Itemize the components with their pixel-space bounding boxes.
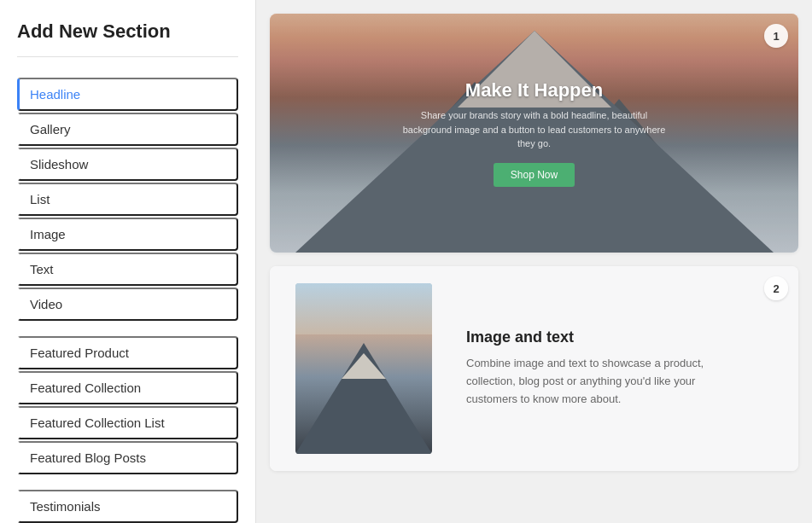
main-content: 1 Make It Happen Share your brands story… [256,0,812,523]
section-number-1: 1 [764,24,788,48]
sidebar-item-gallery[interactable]: Gallery [17,113,238,146]
thumb-snow [342,353,386,379]
hero-cta-button[interactable]: Shop Now [494,163,575,187]
section-image [295,283,432,454]
sidebar-item-testimonials[interactable]: Testimonials [17,490,238,523]
sidebar-item-featured-blog-posts[interactable]: Featured Blog Posts [17,441,238,474]
nav-separator-2 [17,476,238,490]
sidebar-item-video[interactable]: Video [17,288,238,321]
nav-separator-1 [17,323,238,336]
sidebar: Add New Section Headline Gallery Slidesh… [0,0,256,523]
page-title: Add New Section [17,20,238,57]
sidebar-item-text[interactable]: Text [17,253,238,286]
hero-content: Make It Happen Share your brands story w… [381,62,688,204]
section-nav: Headline Gallery Slideshow List Image Te… [17,78,238,523]
sidebar-item-featured-collection[interactable]: Featured Collection [17,371,238,404]
sidebar-item-headline[interactable]: Headline [17,78,238,111]
hero-title: Make It Happen [398,79,671,102]
thumbnail-background [295,283,432,454]
hero-section: Make It Happen Share your brands story w… [270,14,798,253]
sidebar-item-image[interactable]: Image [17,218,238,251]
image-text-heading: Image and text [466,328,773,346]
image-text-section: Image and text Combine image and text to… [270,266,798,471]
sidebar-item-slideshow[interactable]: Slideshow [17,148,238,181]
section-card-hero[interactable]: 1 Make It Happen Share your brands story… [270,14,798,253]
section-text-content: Image and text Combine image and text to… [466,328,773,408]
sidebar-item-featured-collection-list[interactable]: Featured Collection List [17,406,238,439]
image-text-description: Combine image and text to showcase a pro… [466,355,705,408]
sidebar-item-list[interactable]: List [17,183,238,216]
hero-subtitle: Share your brands story with a bold head… [398,108,671,151]
section-card-image-text[interactable]: 2 Image and text Combine image and text … [270,266,798,471]
section-number-2: 2 [764,276,788,300]
sidebar-item-featured-product[interactable]: Featured Product [17,336,238,369]
thumb-sky [295,283,432,334]
